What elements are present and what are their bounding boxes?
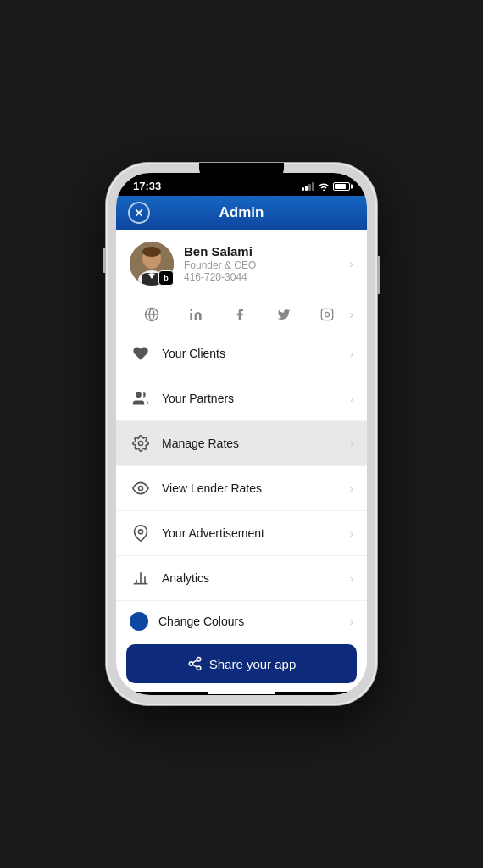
menu-item-manage-rates[interactable]: Manage Rates › [116, 421, 367, 466]
menu-item-your-partners[interactable]: Your Partners › [116, 376, 367, 421]
avatar-wrapper: b [130, 242, 174, 286]
chart-icon [130, 567, 152, 589]
social-chevron: › [349, 308, 353, 321]
app-header: Admin [116, 196, 367, 230]
eye-icon [130, 477, 152, 499]
menu-label-change-colours: Change Colours [158, 615, 350, 628]
share-your-app-button[interactable]: Share your app [126, 644, 357, 683]
avatar-badge-letter: b [164, 274, 169, 282]
svg-point-10 [139, 442, 143, 446]
instagram-icon[interactable] [305, 308, 349, 321]
facebook-icon[interactable] [218, 308, 262, 321]
svg-line-22 [192, 660, 197, 663]
linkedin-icon[interactable] [174, 308, 218, 321]
home-bar [208, 692, 275, 694]
color-dot-icon [130, 612, 148, 631]
menu-item-change-colours[interactable]: Change Colours › [116, 601, 367, 636]
globe-icon[interactable] [130, 307, 174, 322]
phone-screen: 17:33 Admin [116, 173, 367, 695]
heart-icon [130, 342, 152, 364]
svg-point-11 [139, 487, 143, 491]
person-icon [130, 387, 152, 409]
menu-item-view-lender-rates[interactable]: View Lender Rates › [116, 466, 367, 511]
chevron-analytics: › [350, 572, 353, 585]
menu-list: Your Clients › Your Partners › [116, 331, 367, 636]
chevron-your-partners: › [350, 392, 353, 405]
profile-chevron: › [349, 257, 353, 270]
header-title: Admin [219, 204, 264, 221]
chevron-view-lender-rates: › [350, 482, 353, 495]
avatar-badge: b [158, 270, 174, 286]
svg-point-18 [197, 658, 201, 662]
chevron-your-clients: › [350, 348, 353, 360]
signal-icon [302, 182, 314, 191]
chevron-change-colours: › [350, 615, 353, 628]
chevron-manage-rates: › [350, 437, 353, 450]
twitter-icon[interactable] [262, 308, 306, 321]
svg-point-20 [197, 666, 201, 670]
svg-point-12 [139, 530, 143, 534]
menu-label-your-advertisement: Your Advertisement [162, 526, 350, 540]
menu-label-view-lender-rates: View Lender Rates [162, 481, 350, 495]
share-button-label: Share your app [209, 657, 297, 671]
close-button[interactable] [128, 202, 150, 224]
profile-job-title: Founder & CEO [184, 259, 349, 271]
menu-label-analytics: Analytics [162, 571, 350, 585]
status-time: 17:33 [133, 180, 161, 192]
profile-phone: 416-720-3044 [184, 271, 349, 283]
status-icons [302, 182, 350, 191]
wifi-icon [318, 182, 330, 191]
svg-point-6 [190, 309, 192, 311]
profile-section[interactable]: b Ben Salami Founder & CEO 416-720-3044 … [116, 230, 367, 298]
pin-icon [130, 522, 152, 544]
home-indicator [116, 692, 367, 695]
svg-point-19 [189, 662, 193, 666]
profile-name: Ben Salami [184, 244, 349, 259]
chevron-your-advertisement: › [350, 527, 353, 540]
svg-line-21 [192, 665, 197, 667]
svg-rect-7 [322, 309, 333, 320]
phone-frame: 17:33 Admin [106, 163, 377, 705]
menu-label-your-clients: Your Clients [162, 347, 350, 360]
gear-icon-rates [130, 432, 152, 454]
menu-item-your-clients[interactable]: Your Clients › [116, 331, 367, 376]
svg-point-9 [136, 392, 142, 398]
share-icon [187, 656, 203, 671]
menu-item-analytics[interactable]: Analytics › [116, 556, 367, 601]
battery-icon [333, 182, 350, 191]
profile-info: Ben Salami Founder & CEO 416-720-3044 [184, 244, 349, 283]
menu-label-manage-rates: Manage Rates [162, 437, 350, 450]
social-links-row[interactable]: › [116, 298, 367, 331]
notch [199, 163, 284, 181]
menu-item-your-advertisement[interactable]: Your Advertisement › [116, 511, 367, 556]
svg-point-2 [142, 247, 161, 257]
menu-label-your-partners: Your Partners [162, 392, 350, 405]
